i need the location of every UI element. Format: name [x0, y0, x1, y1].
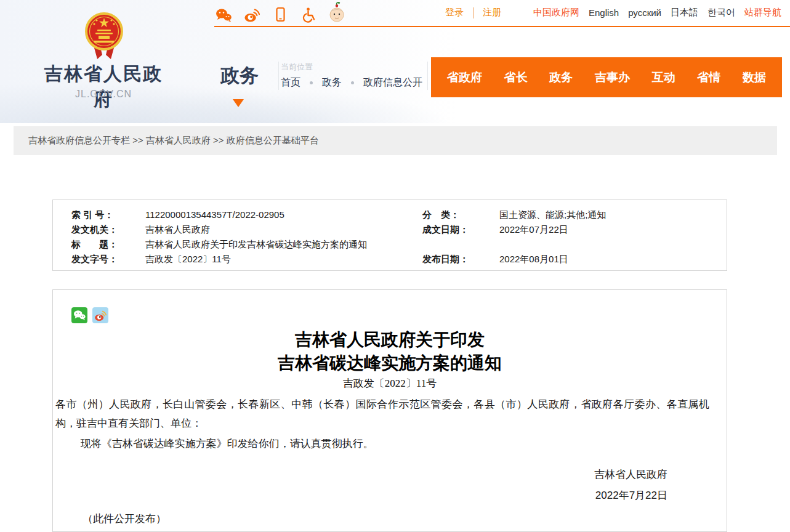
breadcrumb-home[interactable]: 首页	[281, 76, 300, 89]
meta-doc-number: 发文字号： 吉政发〔2022〕11号	[71, 252, 118, 267]
meta-label: 索 引 号：	[71, 209, 113, 220]
breadcrumb-info-disclosure[interactable]: 政府信息公开	[363, 76, 422, 89]
lang-russian-link[interactable]: русский	[628, 7, 661, 18]
section-title: 政务	[220, 63, 259, 89]
share-icons-row	[71, 307, 727, 323]
document-content-box: 吉林省人民政府关于印发 吉林省碳达峰实施方案的通知 吉政发〔2022〕11号 各…	[52, 289, 727, 532]
lang-japanese-link[interactable]: 日本語	[671, 7, 698, 18]
accessibility-icon[interactable]	[300, 3, 316, 23]
login-link[interactable]: 登录	[445, 7, 464, 18]
wechat-share-icon[interactable]	[71, 307, 87, 323]
weibo-icon[interactable]	[244, 3, 260, 23]
meta-publish-date: 发布日期： 2022年08月01日	[422, 252, 469, 267]
current-location-label: 当前位置	[281, 62, 313, 73]
meta-value: 吉林省人民政府关于印发吉林省碳达峰实施方案的通知	[145, 237, 367, 252]
document-title-line2: 吉林省碳达峰实施方案的通知	[53, 352, 727, 375]
platform-path-bar: 吉林省政府信息公开专栏 >> 吉林省人民政府 >> 政府信息公开基础平台	[14, 126, 777, 155]
mobile-icon[interactable]	[272, 3, 288, 23]
register-link[interactable]: 注册	[483, 7, 501, 18]
meta-value: 1122000013544357T/2022-02905	[145, 208, 284, 222]
topbar-divider-line	[214, 26, 790, 27]
meta-label: 分 类：	[422, 209, 459, 220]
meta-label: 标 题：	[71, 239, 118, 249]
document-title-line1: 吉林省人民政府关于印发	[53, 328, 727, 352]
meta-category: 分 类： 国土资源、能源;其他;通知	[422, 208, 459, 222]
meta-index-number: 索 引 号： 1122000013544357T/2022-02905	[71, 208, 113, 222]
weibo-share-icon[interactable]	[92, 307, 108, 323]
topbar-icons	[216, 3, 345, 23]
lang-english-link[interactable]: English	[589, 7, 619, 18]
document-metadata-box: 索 引 号： 1122000013544357T/2022-02905 发文机关…	[52, 200, 727, 271]
breadcrumb: 首页 政务 政府信息公开	[281, 76, 422, 89]
breadcrumb-separator-dot	[310, 81, 313, 84]
nav-item-jishiban[interactable]: 吉事办	[595, 70, 630, 86]
site-group-nav-link[interactable]: 站群导航	[744, 7, 781, 18]
meta-label: 发文字号：	[71, 254, 118, 264]
meta-label: 发文机关：	[71, 224, 118, 235]
breadcrumb-separator-dot	[351, 81, 354, 84]
wechat-icon[interactable]	[216, 3, 232, 23]
nav-item-provincial-gov[interactable]: 省政府	[447, 70, 482, 86]
meta-label: 发布日期：	[422, 254, 469, 264]
meta-issuing-agency: 发文机关： 吉林省人民政府	[71, 222, 118, 237]
main-nav: 省政府 省长 政务 吉事办 互动 省情 数据	[431, 57, 782, 97]
topbar-links: 登录 注册 中国政府网 English русский 日本語 한국어 站群导航	[445, 7, 781, 18]
meta-value: 吉林省人民政府	[145, 222, 210, 237]
meta-written-date: 成文日期： 2022年07月22日	[422, 222, 469, 237]
nav-item-interaction[interactable]: 互动	[652, 70, 675, 86]
vertical-divider	[427, 62, 428, 90]
meta-value: 吉政发〔2022〕11号	[145, 252, 231, 267]
meta-value: 2022年08月01日	[499, 252, 568, 267]
meta-value: 2022年07月22日	[499, 222, 568, 237]
section-caret-down-icon	[233, 99, 244, 107]
nav-item-province-info[interactable]: 省情	[697, 70, 720, 86]
document-paragraph-recipients: 各市（州）人民政府，长白山管委会，长春新区、中韩（长春）国际合作示范区管委会，各…	[55, 395, 709, 433]
nav-item-governor[interactable]: 省长	[504, 70, 528, 86]
public-release-note: （此件公开发布）	[83, 510, 727, 528]
login-register-divider	[473, 7, 474, 18]
document-paragraph-body: 现将《吉林省碳达峰实施方案》印发给你们，请认真贯彻执行。	[55, 434, 709, 453]
nav-item-zhengwu[interactable]: 政务	[549, 70, 573, 86]
site-domain: JL.GOV.CN	[43, 89, 164, 100]
site-name[interactable]: 吉林省人民政府	[43, 62, 164, 112]
meta-label: 成文日期：	[422, 224, 469, 235]
vertical-divider	[278, 62, 279, 90]
document-number: 吉政发〔2022〕11号	[53, 376, 727, 391]
gov-cn-link[interactable]: 中国政府网	[533, 7, 579, 18]
meta-value: 国土资源、能源;其他;通知	[499, 208, 606, 222]
page: 登录 注册 中国政府网 English русский 日本語 한국어 站群导航	[0, 0, 790, 532]
breadcrumb-zhengwu[interactable]: 政务	[322, 76, 342, 89]
lang-korean-link[interactable]: 한국어	[707, 7, 735, 18]
nav-item-data[interactable]: 数据	[743, 70, 766, 86]
platform-path-text[interactable]: 吉林省政府信息公开专栏 >> 吉林省人民政府 >> 政府信息公开基础平台	[28, 135, 319, 147]
meta-title: 标 题： 吉林省人民政府关于印发吉林省碳达峰实施方案的通知	[71, 237, 118, 252]
signature-date: 2022年7月22日	[53, 486, 727, 505]
signature-name: 吉林省人民政府	[53, 465, 727, 484]
national-emblem-logo[interactable]	[85, 11, 123, 65]
mascot-icon[interactable]	[329, 3, 345, 23]
